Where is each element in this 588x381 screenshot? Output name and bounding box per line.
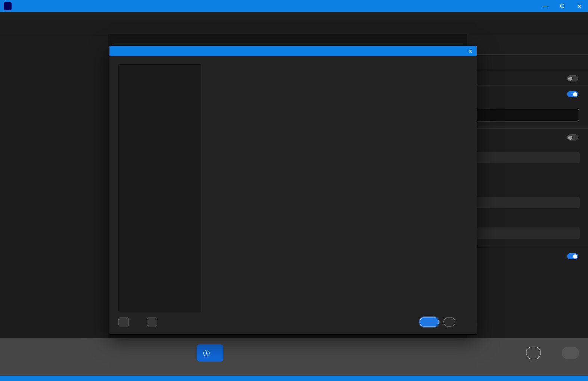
divider: [467, 70, 588, 70]
media-analysis-toggle[interactable]: [567, 253, 578, 259]
new-sequence-row: [479, 87, 578, 101]
skip-button[interactable]: [526, 347, 541, 359]
import-settings-panel: [467, 34, 588, 338]
premiere-logo-icon: [4, 2, 12, 10]
language-select[interactable]: [474, 152, 580, 163]
preferences-form: [208, 65, 468, 74]
premiere-window: ✕: [0, 0, 588, 381]
minimize-icon: [543, 6, 547, 6]
divider: [467, 247, 588, 247]
preferences-category-list: [118, 64, 201, 312]
transcription-settings-select[interactable]: [474, 227, 580, 239]
app-header: [0, 21, 588, 34]
auto-transcription-toggle[interactable]: [567, 134, 578, 140]
ok-button[interactable]: [420, 317, 439, 327]
taskbar-strip: [0, 376, 588, 381]
info-icon: i: [203, 350, 210, 356]
preferences-dialog: ✕: [109, 46, 477, 335]
maximize-button[interactable]: [554, 0, 571, 12]
new-sequence-toggle[interactable]: [567, 91, 578, 97]
menubar: [0, 12, 588, 21]
divider: [467, 128, 588, 128]
close-button[interactable]: ✕: [571, 0, 588, 12]
content-divider: [112, 44, 463, 44]
dialog-body: [109, 56, 477, 335]
divider: [467, 54, 588, 55]
minimize-button[interactable]: [536, 0, 554, 12]
import-notification: i: [197, 344, 223, 362]
speaker-labeling-select[interactable]: [474, 197, 580, 208]
divider: [467, 86, 588, 86]
header-right-controls: [535, 21, 582, 34]
sequence-name-input[interactable]: [469, 109, 579, 121]
cancel-button[interactable]: [443, 317, 455, 327]
dialog-close-button[interactable]: ✕: [468, 49, 473, 54]
window-controls: ✕: [536, 0, 588, 12]
reset-button[interactable]: [147, 318, 157, 326]
auto-transcription-row: [479, 130, 578, 145]
media-analysis-row: [479, 249, 578, 263]
copy-media-row: [479, 71, 578, 86]
import-sidebar: [0, 34, 108, 338]
close-icon: ✕: [577, 3, 582, 9]
copy-media-toggle[interactable]: [567, 75, 578, 81]
titlebar: ✕: [0, 0, 588, 12]
import-button[interactable]: [562, 347, 579, 359]
help-button[interactable]: [118, 318, 129, 326]
organize-media-row[interactable]: [479, 56, 578, 70]
dialog-titlebar[interactable]: ✕: [109, 46, 477, 56]
maximize-icon: [560, 4, 564, 8]
import-footer: i: [0, 338, 588, 376]
